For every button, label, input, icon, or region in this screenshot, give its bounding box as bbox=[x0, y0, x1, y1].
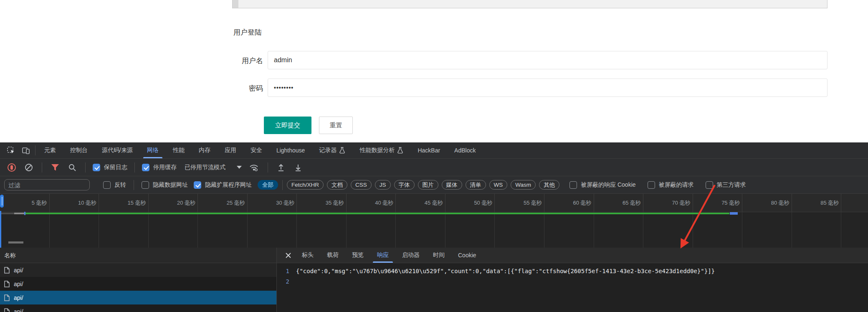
timeline-tick: 90 毫秒 bbox=[841, 194, 868, 212]
upload-icon bbox=[277, 163, 285, 172]
divider bbox=[282, 180, 283, 190]
tab-sources[interactable]: 源代码/来源 bbox=[95, 142, 140, 158]
username-label: 用户名 bbox=[225, 56, 263, 66]
network-conditions-button[interactable] bbox=[247, 163, 261, 172]
waterfall-overview[interactable] bbox=[0, 212, 868, 248]
username-field[interactable] bbox=[268, 51, 828, 69]
tab-performance[interactable]: 性能 bbox=[166, 142, 192, 158]
waterfall-segment-stalled bbox=[14, 213, 24, 214]
overview-grid-cell bbox=[347, 212, 396, 248]
tab-performance-insights[interactable]: 性能数据分析 bbox=[352, 142, 410, 158]
tab-elements[interactable]: 元素 bbox=[37, 142, 63, 158]
timeline-tick: 70 毫秒 bbox=[643, 194, 693, 212]
invert-checkbox[interactable] bbox=[103, 181, 111, 189]
request-row[interactable]: api/ bbox=[0, 291, 276, 304]
details-tab-payload[interactable]: 载荷 bbox=[320, 248, 345, 263]
filter-pill-css[interactable]: CSS bbox=[351, 180, 372, 190]
password-field[interactable] bbox=[268, 79, 828, 97]
third-party-requests-checkbox[interactable] bbox=[706, 181, 713, 189]
tab-memory[interactable]: 内存 bbox=[192, 142, 218, 158]
filter-pill-all[interactable]: 全部 bbox=[258, 180, 278, 190]
request-row[interactable]: api/ bbox=[0, 263, 276, 277]
request-name: api/ bbox=[14, 308, 23, 312]
request-rows: api/api/api/api/ bbox=[0, 263, 276, 312]
webpage-area: 用户登陆 用户名 密码 立即提交 重置 bbox=[0, 0, 868, 142]
filter-pill-wasm[interactable]: Wasm bbox=[511, 180, 536, 190]
timeline-tick: 10 毫秒 bbox=[50, 194, 99, 212]
request-details-panel: 标头 载荷 预览 响应 启动器 时间 Cookie 1 {"code":0,"m… bbox=[277, 248, 868, 312]
tab-network[interactable]: 网络 bbox=[140, 142, 166, 158]
details-tab-preview[interactable]: 预览 bbox=[345, 248, 370, 263]
divider bbox=[35, 145, 35, 155]
submit-button[interactable]: 立即提交 bbox=[264, 117, 311, 134]
tab-security[interactable]: 安全 bbox=[243, 142, 269, 158]
filter-pill-other[interactable]: 其他 bbox=[539, 180, 559, 190]
preserve-log-group: 保留日志 bbox=[93, 164, 127, 171]
filter-pill-js[interactable]: JS bbox=[375, 180, 391, 190]
overview-grid-cell bbox=[841, 212, 868, 248]
network-conditions-icon bbox=[249, 163, 259, 172]
blocked-response-cookies-checkbox[interactable] bbox=[569, 181, 577, 189]
response-body[interactable]: 1 {"code":0,"msg":"\u767b\u9646\u6210\u5… bbox=[277, 263, 868, 312]
close-details-button[interactable] bbox=[281, 248, 295, 263]
tab-application[interactable]: 应用 bbox=[218, 142, 243, 158]
timeline-tick: 35 毫秒 bbox=[297, 194, 347, 212]
waterfall-bar-gray-short bbox=[8, 241, 23, 244]
reset-button[interactable]: 重置 bbox=[319, 117, 353, 134]
name-column-header[interactable]: 名称 bbox=[0, 248, 276, 263]
preserve-log-label: 保留日志 bbox=[104, 164, 127, 171]
filter-pill-doc[interactable]: 文档 bbox=[327, 180, 347, 190]
password-label: 密码 bbox=[225, 84, 263, 93]
details-tab-response[interactable]: 响应 bbox=[370, 248, 395, 263]
filter-toggle-button[interactable] bbox=[49, 164, 61, 171]
throttling-value: 已停用节流模式 bbox=[185, 164, 225, 171]
preserve-log-checkbox[interactable] bbox=[93, 164, 100, 171]
details-tab-headers[interactable]: 标头 bbox=[295, 248, 320, 263]
overview-grid-cell bbox=[297, 212, 347, 248]
filter-pill-manifest[interactable]: 清单 bbox=[466, 180, 486, 190]
clear-network-log-button[interactable] bbox=[23, 163, 35, 172]
tab-console[interactable]: 控制台 bbox=[63, 142, 95, 158]
overview-grid-cell bbox=[248, 212, 297, 248]
throttling-select[interactable]: 已停用节流模式 bbox=[185, 164, 242, 171]
timeline-tick: 30 毫秒 bbox=[248, 194, 297, 212]
request-row[interactable]: api/ bbox=[0, 304, 276, 312]
response-line: 2 bbox=[277, 276, 868, 287]
timeline-ruler[interactable]: 5 毫秒10 毫秒15 毫秒20 毫秒25 毫秒30 毫秒35 毫秒40 毫秒4… bbox=[0, 194, 868, 212]
filter-input[interactable] bbox=[4, 179, 90, 190]
overview-grid-cell bbox=[693, 212, 743, 248]
details-tab-timing[interactable]: 时间 bbox=[426, 248, 451, 263]
filter-pill-media[interactable]: 媒体 bbox=[442, 180, 462, 190]
filter-pill-ws[interactable]: WS bbox=[489, 180, 508, 190]
overview-grid-cell bbox=[0, 212, 50, 248]
filter-pill-font[interactable]: 字体 bbox=[394, 180, 415, 190]
search-network-button[interactable] bbox=[66, 163, 78, 172]
request-row[interactable]: api/ bbox=[0, 277, 276, 291]
disable-cache-checkbox[interactable] bbox=[142, 164, 149, 171]
hide-extension-urls-group: 隐藏扩展程序网址 bbox=[194, 181, 252, 189]
import-har-button[interactable] bbox=[275, 163, 287, 172]
tab-lighthouse[interactable]: Lighthouse bbox=[269, 142, 312, 158]
tab-adblock[interactable]: AdBlock bbox=[447, 142, 483, 158]
timeline-tick: 65 毫秒 bbox=[594, 194, 644, 212]
device-toolbar-icon bbox=[22, 146, 30, 155]
device-toolbar-button[interactable] bbox=[18, 142, 33, 158]
inspect-element-button[interactable] bbox=[3, 142, 18, 158]
details-tab-initiator[interactable]: 启动器 bbox=[395, 248, 426, 263]
hide-extension-urls-checkbox[interactable] bbox=[194, 181, 201, 189]
record-network-log-button[interactable] bbox=[6, 163, 18, 172]
waterfall-segment-waiting bbox=[0, 213, 14, 214]
overview-left-grip[interactable] bbox=[0, 195, 4, 208]
details-tab-cookie[interactable]: Cookie bbox=[451, 248, 483, 263]
hide-data-urls-checkbox[interactable] bbox=[142, 181, 149, 189]
filter-pill-img[interactable]: 图片 bbox=[418, 180, 438, 190]
tab-recorder[interactable]: 记录器 bbox=[312, 142, 352, 158]
timeline-tick: 45 毫秒 bbox=[396, 194, 445, 212]
tab-hackbar[interactable]: HackBar bbox=[410, 142, 447, 158]
scroll-thumb[interactable] bbox=[233, 0, 238, 8]
export-har-button[interactable] bbox=[292, 163, 304, 172]
filter-pill-fetch-xhr[interactable]: Fetch/XHR bbox=[287, 180, 324, 190]
blocked-requests-label: 被屏蔽的请求 bbox=[659, 181, 694, 189]
timeline-tick: 25 毫秒 bbox=[198, 194, 248, 212]
blocked-requests-checkbox[interactable] bbox=[648, 181, 655, 189]
